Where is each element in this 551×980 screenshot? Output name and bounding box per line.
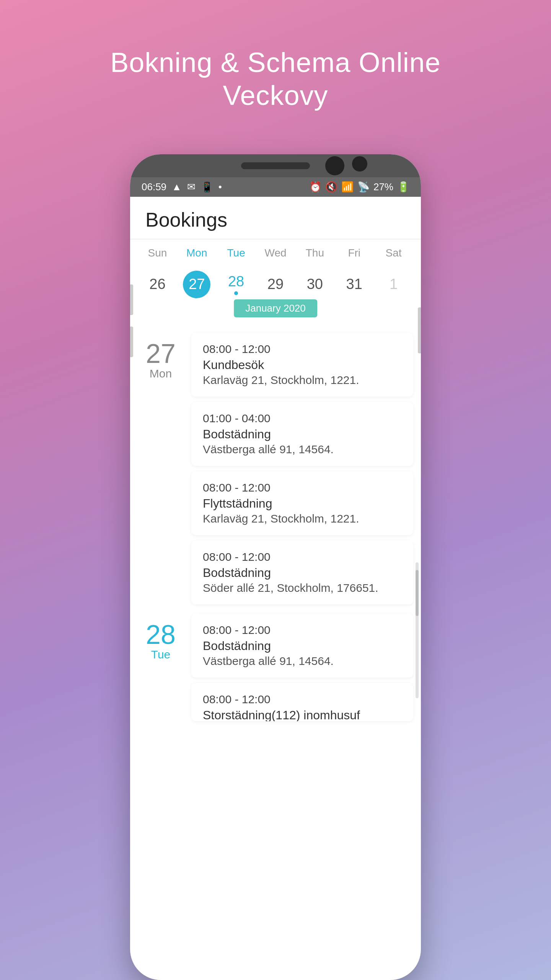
status-right: ⏰ 🔇 📶 📡 27% 🔋	[309, 181, 409, 193]
date-26[interactable]: 26	[138, 272, 177, 296]
power-button[interactable]	[418, 307, 421, 353]
booking-cards-27: 08:00 - 12:00 Kundbesök Karlaväg 21, Sto…	[191, 333, 413, 604]
scrollbar-track[interactable]	[416, 562, 419, 698]
status-bar: 06:59 ▲ ✉ 📱 • ⏰ 🔇 📶 📡 27% 🔋	[130, 177, 421, 197]
phone-camera-secondary	[352, 156, 367, 172]
weekday-mon: Mon	[177, 247, 217, 259]
weekday-sun: Sun	[138, 247, 177, 259]
day-group-28: 28 Tue 08:00 - 12:00 Bodstädning Västber…	[138, 614, 413, 721]
calendar-section[interactable]: Sun Mon Tue Wed Thu Fri Sat 26 27 28 29	[130, 239, 421, 314]
booking-type: Flyttstädning	[203, 497, 402, 511]
date-27[interactable]: 27	[177, 267, 217, 302]
phone-camera-main	[325, 156, 344, 175]
date-31[interactable]: 31	[334, 272, 374, 296]
phone-frame: 06:59 ▲ ✉ 📱 • ⏰ 🔇 📶 📡 27% 🔋 Bookings Sun…	[130, 154, 421, 980]
weekday-wed: Wed	[256, 247, 295, 259]
day-label-28: 28 Tue	[138, 614, 184, 721]
booking-address: Karlaväg 21, Stockholm, 1221.	[203, 512, 402, 525]
navigation-icon: ▲	[172, 181, 182, 193]
booking-card-28-2[interactable]: 08:00 - 12:00 Storstädning(112) inomhusu…	[191, 683, 413, 721]
date-28[interactable]: 28	[217, 270, 256, 299]
weekday-thu: Thu	[295, 247, 334, 259]
app-title: Bokning & Schema Online Veckovy	[110, 46, 440, 112]
booking-card-27-2[interactable]: 01:00 - 04:00 Bodstädning Västberga allé…	[191, 402, 413, 466]
calendar-dates: 26 27 28 29 30 31 1	[138, 263, 413, 306]
app-title-section: Bokning & Schema Online Veckovy	[110, 23, 440, 135]
booking-address: Söder allé 21, Stockholm, 176651.	[203, 581, 402, 595]
calendar-weekdays: Sun Mon Tue Wed Thu Fri Sat	[138, 239, 413, 263]
weekday-tue: Tue	[217, 247, 256, 259]
day-label-27: 27 Mon	[138, 333, 184, 604]
alarm-icon: ⏰	[309, 181, 321, 193]
booking-cards-28: 08:00 - 12:00 Bodstädning Västberga allé…	[191, 614, 413, 721]
phone-speaker	[241, 162, 310, 169]
day-name-28: Tue	[151, 648, 171, 661]
booking-card-28-1[interactable]: 08:00 - 12:00 Bodstädning Västberga allé…	[191, 614, 413, 678]
bookings-list: 27 Mon 08:00 - 12:00 Kundbesök Karlaväg …	[130, 333, 421, 721]
booking-address: Västberga allé 91, 14564.	[203, 655, 402, 668]
booking-time: 01:00 - 04:00	[203, 412, 402, 425]
booking-type: Bodstädning	[203, 566, 402, 580]
volume-up-button[interactable]	[130, 284, 133, 315]
battery-icon: 🔋	[397, 181, 409, 193]
day-number-28: 28	[146, 621, 176, 648]
day-number-27: 27	[146, 340, 176, 367]
booking-address: Västberga allé 91, 14564.	[203, 443, 402, 456]
booking-time: 08:00 - 12:00	[203, 481, 402, 494]
status-time: 06:59	[142, 181, 166, 193]
booking-card-27-4[interactable]: 08:00 - 12:00 Bodstädning Söder allé 21,…	[191, 541, 413, 604]
status-left: 06:59 ▲ ✉ 📱 •	[142, 181, 222, 193]
booking-time: 08:00 - 12:00	[203, 550, 402, 564]
wifi-icon: 📶	[341, 181, 354, 193]
weekday-fri: Fri	[334, 247, 374, 259]
signal-icon: 📡	[357, 181, 370, 193]
day-name-27: Mon	[150, 367, 172, 380]
mute-icon: 🔇	[325, 181, 337, 193]
day-group-27: 27 Mon 08:00 - 12:00 Kundbesök Karlaväg …	[138, 333, 413, 604]
month-badge: January 2020	[234, 299, 317, 317]
booking-time: 08:00 - 12:00	[203, 624, 402, 637]
email-icon: ✉	[187, 181, 196, 193]
page-title: Bookings	[145, 208, 406, 231]
date-1[interactable]: 1	[374, 272, 413, 296]
whatsapp-icon: 📱	[201, 181, 213, 193]
booking-card-27-1[interactable]: 08:00 - 12:00 Kundbesök Karlaväg 21, Sto…	[191, 333, 413, 397]
booking-type: Bodstädning	[203, 427, 402, 441]
booking-type: Kundbesök	[203, 358, 402, 372]
date-29[interactable]: 29	[256, 272, 295, 296]
booking-time: 08:00 - 12:00	[203, 343, 402, 356]
booking-address: Karlaväg 21, Stockholm, 1221.	[203, 374, 402, 387]
booking-time: 08:00 - 12:00	[203, 693, 402, 706]
app-header: Bookings	[130, 197, 421, 239]
dot-indicator: •	[218, 181, 222, 193]
weekday-sat: Sat	[374, 247, 413, 259]
scrollbar-thumb[interactable]	[416, 570, 419, 616]
date-30[interactable]: 30	[295, 272, 334, 296]
booking-card-27-3[interactable]: 08:00 - 12:00 Flyttstädning Karlaväg 21,…	[191, 471, 413, 535]
booking-type: Storstädning(112) inomhusuf	[203, 708, 402, 721]
battery-percent: 27%	[373, 181, 393, 193]
phone-notch-bar	[130, 154, 421, 177]
booking-type: Bodstädning	[203, 639, 402, 653]
phone-camera-group	[325, 156, 367, 175]
volume-down-button[interactable]	[130, 327, 133, 357]
